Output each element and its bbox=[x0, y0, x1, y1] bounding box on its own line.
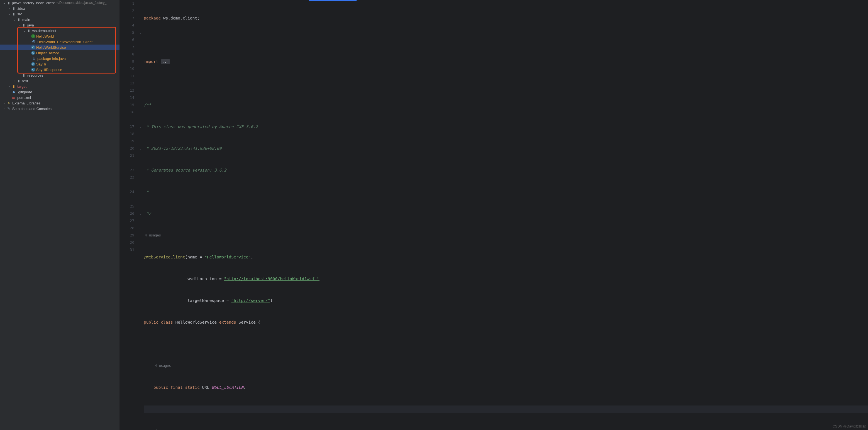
fold-marker-icon[interactable] bbox=[138, 101, 143, 109]
super-name: Service bbox=[239, 320, 256, 325]
tree-item-main[interactable]: ⌄▮main bbox=[0, 17, 120, 22]
class-c-icon: C bbox=[31, 68, 35, 71]
fold-marker-icon[interactable] bbox=[138, 152, 143, 159]
expand-arrow-icon[interactable]: › bbox=[7, 7, 11, 10]
fold-marker-icon[interactable] bbox=[138, 7, 143, 14]
kw-extends: extends bbox=[219, 320, 236, 325]
fold-marker-icon bbox=[138, 195, 143, 203]
tree-item-resources[interactable]: ▮resources bbox=[0, 72, 120, 78]
tree-item-sayhi[interactable]: CSayHi bbox=[0, 61, 120, 67]
kw-class: class bbox=[161, 320, 173, 325]
field-wsdlloc: WSDL_LOCATION bbox=[212, 385, 244, 390]
tree-item-target[interactable]: ›▮target bbox=[0, 84, 120, 89]
line-number: 11 bbox=[120, 72, 134, 80]
tree-item--idea[interactable]: ›▮.idea bbox=[0, 6, 120, 11]
fold-marker-icon[interactable]: ⌄ bbox=[138, 210, 143, 217]
brace-open: { bbox=[258, 320, 260, 325]
fold-marker-icon[interactable] bbox=[138, 109, 143, 116]
tree-label: HelloWorld_HelloWorldPort_Client bbox=[37, 40, 92, 44]
tree-item-helloworldservice[interactable]: CHelloWorldService bbox=[0, 44, 120, 50]
tree-item-external-libraries[interactable]: ›⋔External Libraries bbox=[0, 100, 120, 106]
folder-orange-icon: ▮ bbox=[11, 84, 16, 88]
fold-marker-icon[interactable] bbox=[138, 174, 143, 181]
fold-marker-icon[interactable] bbox=[138, 51, 143, 58]
tree-item-package-info-java[interactable]: ♨package-info.java bbox=[0, 56, 120, 61]
fold-marker-icon[interactable] bbox=[138, 239, 143, 246]
javadoc: * bbox=[144, 190, 149, 194]
fold-marker-icon[interactable] bbox=[138, 65, 143, 72]
fold-marker-icon bbox=[138, 159, 143, 166]
ann-name-v: "HelloWorldService" bbox=[205, 255, 251, 259]
fold-marker-icon[interactable]: ⌄ bbox=[138, 29, 143, 36]
fold-marker-icon[interactable] bbox=[138, 0, 143, 7]
fold-marker-icon[interactable] bbox=[138, 36, 143, 43]
ann-wsdl-v: "http://localhost:9000/helloWorld?wsdl" bbox=[224, 277, 319, 281]
tree-item-jaxws-factory-bean-client[interactable]: ⌄▮jaxws_factory_bean_client~/Documents/i… bbox=[0, 0, 120, 6]
jfile-icon: ♨ bbox=[31, 57, 36, 60]
expand-arrow-icon[interactable]: › bbox=[2, 102, 6, 105]
fold-marker-icon[interactable] bbox=[138, 137, 143, 145]
javadoc: * 2023-12-18T22:33:41.936+08:00 bbox=[144, 146, 221, 151]
code-editor[interactable]: 1234567891011121314151617181920212223242… bbox=[120, 0, 868, 430]
fold-marker-icon[interactable] bbox=[138, 188, 143, 195]
expand-arrow-icon[interactable]: › bbox=[7, 85, 11, 88]
expand-arrow-icon[interactable]: ⌄ bbox=[17, 24, 21, 27]
line-number: 26 bbox=[120, 210, 134, 217]
ide-root: ⌄▮jaxws_factory_bean_client~/Documents/i… bbox=[0, 0, 868, 430]
folder-icon: ▮ bbox=[21, 23, 26, 27]
usages-hint[interactable]: 4 usages bbox=[144, 362, 868, 369]
expand-arrow-icon[interactable]: ⌄ bbox=[2, 1, 6, 4]
expand-arrow-icon[interactable]: › bbox=[2, 107, 6, 110]
tree-item-objectfactory[interactable]: CObjectFactory bbox=[0, 50, 120, 56]
expand-arrow-icon[interactable]: ⌄ bbox=[7, 12, 11, 16]
tree-item--gitignore[interactable]: ◆.gitignore bbox=[0, 89, 120, 95]
class-c-icon: C bbox=[31, 45, 35, 49]
import-ellipsis[interactable]: ... bbox=[161, 59, 170, 64]
tree-item-src[interactable]: ⌄▮src bbox=[0, 11, 120, 17]
tree-item-helloworld-helloworldport-client[interactable]: ⏱HelloWorld_HelloWorldPort_Client bbox=[0, 39, 120, 44]
tree-item-pom-xml[interactable]: mpom.xml bbox=[0, 95, 120, 100]
tree-item-sayhiresponse[interactable]: CSayHiResponse bbox=[0, 67, 120, 72]
fold-marker-icon[interactable] bbox=[138, 203, 143, 210]
fold-marker-icon[interactable] bbox=[138, 72, 143, 80]
fold-marker-icon[interactable] bbox=[138, 130, 143, 137]
line-number: 12 bbox=[120, 80, 134, 87]
tree-item-helloworld[interactable]: IHelloWorld bbox=[0, 33, 120, 39]
code-area[interactable]: package ws.demo.client; import ... /** *… bbox=[143, 0, 868, 430]
fold-marker-icon[interactable] bbox=[138, 232, 143, 239]
expand-arrow-icon[interactable]: ⌄ bbox=[12, 18, 16, 21]
tree-label: main bbox=[22, 18, 30, 22]
fold-marker-icon[interactable]: ⌄ bbox=[138, 14, 143, 22]
tree-item-scratches-and-consoles[interactable]: ›✎Scratches and Consoles bbox=[0, 106, 120, 112]
usages-hint[interactable]: 4 usages bbox=[144, 427, 868, 430]
tree-item-java[interactable]: ⌄▮java bbox=[0, 22, 120, 28]
folder-icon: ▮ bbox=[16, 79, 21, 83]
maven-icon: m bbox=[11, 95, 16, 99]
fold-marker-icon[interactable] bbox=[138, 246, 143, 253]
expand-arrow-icon[interactable]: › bbox=[12, 80, 16, 83]
project-tree[interactable]: ⌄▮jaxws_factory_bean_client~/Documents/i… bbox=[0, 0, 120, 430]
lib-icon: ⋔ bbox=[6, 101, 11, 105]
fold-marker-icon[interactable] bbox=[138, 94, 143, 101]
tree-item-test[interactable]: ›▮test bbox=[0, 78, 120, 84]
fold-marker-icon[interactable] bbox=[138, 43, 143, 51]
fold-strip: ⌄⌄⌄⌄⌄⌄ bbox=[138, 0, 143, 430]
tree-label: HelloWorld bbox=[36, 34, 54, 38]
folder-icon: ▮ bbox=[16, 18, 21, 22]
fold-marker-icon[interactable]: ⌄ bbox=[138, 224, 143, 232]
tree-label: package-info.java bbox=[37, 57, 66, 61]
fold-marker-icon[interactable]: ⌄ bbox=[138, 123, 143, 130]
fold-marker-icon[interactable] bbox=[138, 87, 143, 94]
fold-marker-icon[interactable] bbox=[138, 217, 143, 224]
fold-marker-icon[interactable] bbox=[138, 22, 143, 29]
expand-arrow-icon[interactable]: ⌄ bbox=[22, 29, 26, 32]
usages-hint[interactable]: 4 usages bbox=[144, 232, 868, 239]
fold-marker-icon[interactable] bbox=[138, 80, 143, 87]
tree-item-ws-demo-client[interactable]: ⌄▮ws.demo.client bbox=[0, 28, 120, 33]
line-number: 4 bbox=[120, 22, 134, 29]
tree-label: java bbox=[27, 23, 34, 27]
fold-marker-icon[interactable]: ⌄ bbox=[138, 145, 143, 152]
fold-marker-icon[interactable] bbox=[138, 58, 143, 65]
line-number: 18 bbox=[120, 130, 134, 137]
fold-marker-icon[interactable] bbox=[138, 166, 143, 174]
